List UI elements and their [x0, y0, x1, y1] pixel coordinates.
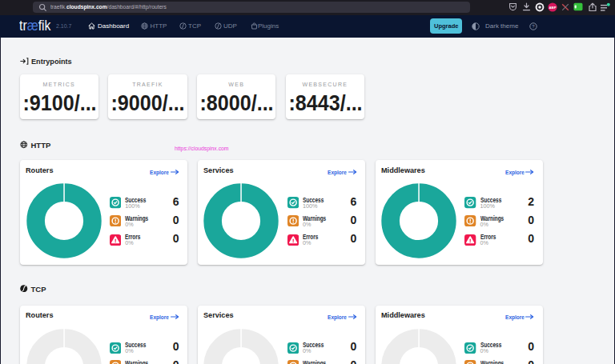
svg-text:ABP: ABP — [549, 5, 556, 9]
svg-text:?: ? — [532, 24, 535, 29]
